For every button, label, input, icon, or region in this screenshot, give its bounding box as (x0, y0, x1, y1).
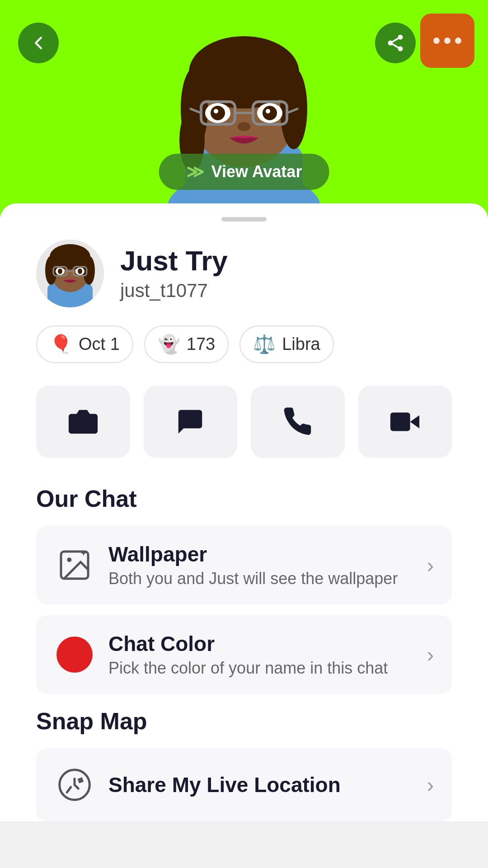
more-options-button[interactable] (420, 14, 474, 68)
balloon-icon: 🎈 (50, 334, 72, 355)
action-buttons-row (18, 386, 470, 458)
location-icon (54, 764, 95, 805)
our-chat-section: Our Chat Wallpaper Both you and Just wil… (18, 485, 470, 694)
display-name: Just Try (120, 245, 228, 276)
wallpaper-icon (54, 545, 95, 585)
ghost-icon: 👻 (158, 334, 180, 355)
chat-color-icon (54, 634, 95, 675)
camera-button[interactable] (36, 386, 130, 458)
call-button[interactable] (251, 386, 345, 458)
libra-icon: ⚖️ (253, 334, 276, 355)
badges-row: 🎈 Oct 1 👻 173 ⚖️ Libra (18, 326, 470, 363)
username: just_t1077 (120, 280, 228, 302)
video-call-button[interactable] (358, 386, 452, 458)
svg-marker-40 (410, 415, 419, 428)
back-button[interactable] (18, 23, 59, 63)
our-chat-title: Our Chat (36, 485, 452, 512)
svg-point-39 (78, 418, 88, 428)
svg-point-22 (238, 122, 250, 131)
share-location-item[interactable]: Share My Live Location › (36, 748, 452, 821)
svg-point-0 (398, 35, 403, 40)
birthday-badge: 🎈 Oct 1 (36, 326, 133, 363)
share-location-text: Share My Live Location (108, 773, 413, 797)
phone-icon (282, 406, 314, 438)
chat-icon (174, 406, 206, 438)
svg-point-30 (45, 256, 57, 285)
chat-color-chevron-icon: › (427, 642, 434, 667)
user-info-row: Just Try just_t1077 (18, 240, 470, 307)
wallpaper-text: Wallpaper Both you and Just will see the… (108, 542, 413, 588)
svg-point-21 (266, 109, 270, 113)
svg-point-11 (280, 68, 307, 149)
three-dots-icon (433, 38, 461, 44)
svg-point-18 (211, 106, 225, 120)
wallpaper-chevron-icon: › (427, 553, 434, 577)
svg-point-2 (398, 46, 403, 51)
svg-line-4 (393, 38, 399, 42)
chat-button[interactable] (144, 386, 238, 458)
view-avatar-button[interactable]: ≫ View Avatar (159, 154, 329, 190)
share-button[interactable] (375, 23, 416, 63)
snap-map-section: Snap Map Share My Live Location › (18, 708, 470, 821)
snap-map-title: Snap Map (36, 708, 452, 735)
share-location-chevron-icon: › (427, 773, 434, 797)
score-badge: 👻 173 (144, 326, 229, 363)
chat-color-text: Chat Color Pick the color of your name i… (108, 632, 413, 678)
video-icon (389, 406, 421, 438)
profile-thumbnail (36, 240, 104, 307)
svg-point-20 (214, 109, 218, 113)
svg-point-43 (67, 557, 71, 562)
svg-point-1 (388, 41, 393, 46)
chat-color-item[interactable]: Chat Color Pick the color of your name i… (36, 615, 452, 694)
profile-card: Just Try just_t1077 🎈 Oct 1 👻 173 ⚖️ Lib… (0, 203, 488, 821)
svg-point-19 (263, 106, 277, 120)
svg-point-37 (58, 269, 62, 274)
svg-point-38 (78, 269, 82, 274)
color-circle (56, 637, 93, 673)
camera-icon (67, 406, 99, 438)
svg-line-3 (393, 44, 399, 47)
zodiac-badge: ⚖️ Libra (239, 326, 334, 363)
drag-handle (221, 217, 267, 222)
svg-rect-41 (390, 413, 410, 431)
svg-point-31 (83, 256, 95, 285)
user-text-block: Just Try just_t1077 (120, 245, 228, 302)
wallpaper-item[interactable]: Wallpaper Both you and Just will see the… (36, 526, 452, 604)
header-area: ≫ View Avatar (0, 0, 488, 217)
chevron-down-icon: ≫ (186, 162, 204, 182)
